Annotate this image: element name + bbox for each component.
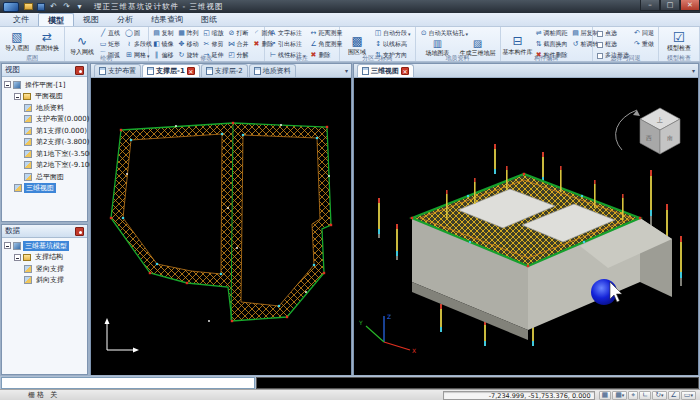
selection-mode-checkbox[interactable]: 点选 [595, 28, 631, 39]
three-d-drawing[interactable]: 上 西 南 Z X Y [354, 78, 698, 375]
redo-icon[interactable]: ↷ [61, 2, 72, 12]
tree-item[interactable]: 第2支撑(-3.800) [24, 137, 87, 149]
data-panel-header: 数据 [2, 225, 87, 238]
ribbon-button[interactable]: ↗ 引出标注 [267, 39, 308, 50]
tab-results[interactable]: 结果查询 [142, 13, 192, 26]
tree-expand-toggle[interactable] [4, 242, 11, 249]
minimize-button[interactable]: – [640, 0, 660, 11]
close-button[interactable]: ✕ [680, 0, 700, 11]
ribbon-group-zone: ▩ 围区域 ◫ 自动分段 ▾ ↕ 以线标高 [340, 27, 416, 61]
ribbon-button[interactable]: A 文字标注 [267, 28, 308, 39]
open-file-icon[interactable] [24, 3, 33, 10]
tab-support-layout[interactable]: 支护布置 [94, 64, 141, 77]
grid-toggle-icon: ▦ [602, 391, 609, 399]
mirror-icon: ◧ [153, 40, 161, 49]
tree-root[interactable]: 操作平面-[1] [4, 79, 87, 91]
tab-brace-level-2[interactable]: 支撑层-2 [201, 64, 248, 77]
ribbon-button[interactable]: ⇌ 调桩间距 [533, 28, 570, 39]
ribbon-button[interactable]: ╱ 直线 [97, 28, 123, 39]
plan-view-icon [24, 150, 32, 158]
tab-list-dropdown-icon[interactable]: ▾ [345, 67, 348, 74]
model-check-button[interactable]: ☑ 模型检查 [661, 28, 697, 54]
three-d-viewport-tabs: 三维视图 ✕ ▾ [354, 64, 698, 78]
panel-pin-button[interactable] [75, 66, 84, 75]
tree-expand-toggle[interactable] [14, 254, 21, 261]
ribbon-button[interactable]: ✥ 移动 [176, 39, 201, 50]
navigation-cube[interactable]: 上 西 南 [616, 108, 698, 154]
selection-mode-checkbox[interactable]: 框选 [595, 39, 631, 50]
tree-item[interactable]: 第2地下室(-9.100) [24, 160, 87, 172]
tree-root-model[interactable]: 三维基坑模型 [4, 240, 87, 252]
ribbon-button[interactable]: ↶ 回退 [631, 28, 656, 39]
ribbon-button[interactable]: ⊘ 打断 [226, 28, 251, 39]
save-file-icon[interactable] [37, 3, 45, 11]
status-bar: 栅格 关 -7,234.999, -51,753.376, 0.000 ▦ ▦ … [0, 389, 700, 400]
chevron-down-icon: ▾ [622, 392, 625, 398]
tree-item-3d-view[interactable]: 三维视图 [4, 183, 87, 195]
maximize-button[interactable]: □ [660, 0, 680, 11]
status-tool-button[interactable]: ▭ ▾ [681, 391, 696, 400]
tree-folder[interactable]: 平面视图 [4, 91, 87, 103]
close-tab-button[interactable]: ✕ [401, 67, 409, 75]
tab-file[interactable]: 文件 [4, 13, 38, 26]
tab-view[interactable]: 视图 [74, 13, 108, 26]
ribbon-button[interactable]: ◫ 自动分段 ▾ [372, 28, 413, 39]
tab-model[interactable]: 模型 [38, 13, 74, 26]
tree-item[interactable]: 地质资料 [24, 102, 87, 114]
tab-analysis[interactable]: 分析 [108, 13, 142, 26]
panel-pin-button[interactable] [75, 227, 84, 236]
status-tool-button[interactable]: ∟ [639, 391, 651, 400]
auto-link-borehole-icon: ⊙ [420, 29, 428, 38]
tree-item[interactable]: 竖向支撑 [24, 263, 87, 275]
status-tool-button[interactable]: ∠ [668, 391, 680, 400]
app-logo-icon [3, 2, 19, 12]
ribbon-big-button[interactable]: ⇄ 底图转换 [32, 28, 62, 54]
three-d-canvas[interactable]: 上 西 南 Z X Y [354, 78, 698, 375]
tab-geology-data[interactable]: 地质资料 [249, 64, 296, 77]
tree-expand-toggle[interactable] [14, 93, 21, 100]
command-input[interactable] [1, 377, 255, 389]
status-tool-button[interactable]: ▦ [599, 391, 612, 400]
ribbon-group-member: ⊟ 基本构件库 ⇌ 调桩间距 ⇅ 截面换向 [501, 27, 593, 61]
ribbon-button[interactable]: ◱ 缩放 [201, 28, 226, 39]
tree-item[interactable]: 支护布置(0.000) [24, 114, 87, 126]
ribbon-button[interactable]: ↷ 重做 [631, 39, 656, 50]
checkbox-icon[interactable] [597, 42, 603, 48]
tree-expand-toggle[interactable] [4, 81, 11, 88]
plan-drawing[interactable] [91, 78, 351, 375]
ribbon-button[interactable]: ▤ 复制 [151, 28, 176, 39]
tree-item[interactable]: 第1支撑(0.000) [24, 125, 87, 137]
plan-canvas[interactable] [91, 78, 351, 375]
ribbon-button[interactable]: ⋈ 合并 [226, 39, 251, 50]
status-tool-button[interactable]: ⌖ [628, 391, 638, 400]
tab-list-dropdown-icon[interactable]: ▾ [692, 67, 695, 74]
ribbon-button[interactable]: ◧ 镜像 [151, 39, 176, 50]
svg-text:Y: Y [358, 319, 363, 326]
page-icon [254, 67, 261, 75]
tab-drawings[interactable]: 图纸 [192, 13, 226, 26]
tree-item[interactable]: 第1地下室(-3.500) [24, 148, 87, 160]
text-annotation-icon: A [269, 29, 277, 38]
ribbon-button[interactable]: ⇅ 截面换向 [533, 39, 570, 50]
ribbon-button[interactable]: ⊙ 自动关联钻孔 ▾ [418, 28, 471, 39]
ribbon-button[interactable]: ✂ 修剪 [201, 39, 226, 50]
tab-brace-level-1[interactable]: 支撑层-1 ✕ [142, 64, 200, 77]
undo-icon[interactable]: ↶ [48, 2, 59, 12]
ribbon-button[interactable]: ▭ 矩形 [97, 39, 123, 50]
folder-icon [23, 93, 31, 100]
checkbox-icon[interactable] [597, 31, 603, 37]
ribbon-button[interactable]: ↕ 以线标高 [372, 39, 413, 50]
page-icon [206, 67, 213, 75]
tree-folder[interactable]: 支撑结构 [4, 252, 87, 264]
close-tab-button[interactable]: ✕ [187, 67, 195, 75]
status-tool-button[interactable]: ↻ ▾ [652, 391, 666, 400]
rect-mode-icon: ▭ [684, 391, 691, 399]
tree-item[interactable]: 总平面图 [24, 171, 87, 183]
status-tool-button[interactable]: ▦ ▾ [612, 391, 627, 400]
tab-3d-view[interactable]: 三维视图 ✕ [357, 64, 414, 77]
ribbon-big-button[interactable]: ▧ 导入底图 [2, 28, 32, 54]
tree-item[interactable]: 斜向支撑 [24, 275, 87, 287]
ribbon-button[interactable]: ▦ 阵列 [176, 28, 201, 39]
quick-access-dropdown-icon[interactable]: ▾ [74, 2, 85, 12]
viewport-bottom-strip [256, 377, 699, 389]
